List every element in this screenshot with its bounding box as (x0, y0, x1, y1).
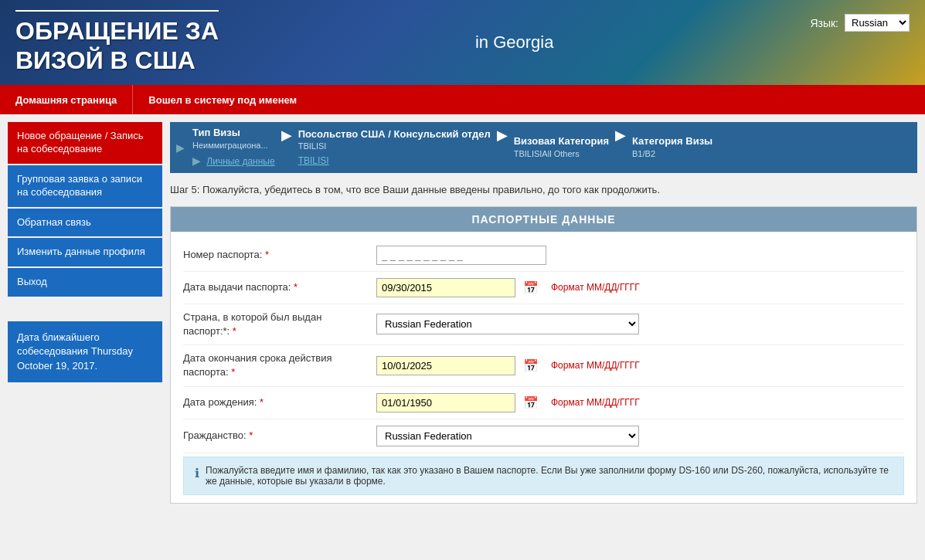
step-embassy: Посольство США / Консульский отдел TBILI… (298, 127, 491, 168)
passport-number-label: Номер паспорта: * (183, 248, 369, 262)
expiry-date-row: Дата окончания срока действия паспорта: … (183, 345, 904, 386)
passport-number-required: * (265, 249, 269, 260)
expiry-date-format-hint: Формат ММ/ДД/ГГГГ (551, 360, 640, 371)
birth-date-input[interactable] (376, 393, 515, 412)
language-select[interactable]: Russian English Georgian (845, 14, 910, 32)
breadcrumb-arrow-2: ▶ (491, 127, 514, 168)
step4-title: Категория Визы (632, 135, 712, 148)
birth-date-calendar-icon[interactable]: 📅 (523, 395, 539, 410)
sidebar-item-group-appointment[interactable]: Групповая заявка о записи на собеседован… (8, 165, 162, 207)
expiry-date-calendar-icon[interactable]: 📅 (523, 358, 539, 373)
step-visa-category: Визовая Категория TBILISIAll Others (514, 127, 609, 168)
birth-date-format-hint: Формат ММ/ДД/ГГГГ (551, 397, 640, 408)
step1-title: Тип Визы (192, 127, 275, 140)
step1-content: Тип Визы Неиммиграциона... ▶ Личные данн… (192, 127, 275, 168)
citizenship-required: * (249, 429, 253, 441)
step4-content: Категория Визы B1/B2 (632, 135, 712, 159)
expiry-date-required: * (231, 366, 235, 378)
sidebar-item-feedback[interactable]: Обратная связь (8, 209, 162, 237)
step2-value: TBILISI (298, 141, 491, 151)
sidebar-item-logout[interactable]: Выход (8, 268, 162, 297)
country-issued-row: Страна, в которой был выдан паспорт:*: *… (183, 304, 904, 345)
passport-number-row: Номер паспорта: * (183, 239, 904, 272)
step3-title: Визовая Категория (514, 135, 609, 148)
header: ОБРАЩЕНИЕ ЗА ВИЗОЙ В США in Georgia Язык… (0, 0, 925, 85)
country-issued-label: Страна, в которой был выдан паспорт:*: * (183, 311, 369, 338)
step2-link[interactable]: TBILISI (298, 155, 329, 166)
sidebar: Новое обращение / Запись на собеседовани… (8, 122, 162, 504)
step2-title: Посольство США / Консульский отдел (298, 128, 491, 141)
navbar: Домашняя страница Вошел в систему под им… (0, 85, 925, 114)
step2-content: Посольство США / Консульский отдел TBILI… (298, 128, 491, 168)
birth-date-row: Дата рождения: * 📅 Формат ММ/ДД/ГГГГ (183, 387, 904, 419)
passport-form-body: Номер паспорта: * Дата выдачи паспорта: … (171, 232, 916, 503)
language-selector-container: Язык: Russian English Georgian (810, 8, 910, 32)
header-subtitle: in Georgia (219, 32, 810, 53)
issue-date-row: Дата выдачи паспорта: * 📅 Формат ММ/ДД/Г… (183, 272, 904, 304)
step3-content: Визовая Категория TBILISIAll Others (514, 135, 609, 159)
language-label: Язык: (810, 17, 838, 29)
country-issued-required: * (233, 325, 236, 337)
info-box: ℹ Пожалуйста введите имя и фамилию, так … (183, 456, 904, 495)
step-instruction: Шаг 5: Пожалуйста, убедитесь в том, что … (170, 181, 917, 199)
issue-date-label: Дата выдачи паспорта: * (183, 280, 369, 294)
navbar-home-link[interactable]: Домашняя страница (0, 85, 133, 114)
citizenship-select[interactable]: Russian Federation Georgian American Oth… (376, 426, 639, 446)
breadcrumb-arrow-3: ▶ (609, 127, 632, 168)
step3-value: TBILISIAll Others (514, 148, 609, 159)
passport-form-section: ПАСПОРТНЫЕ ДАННЫЕ Номер паспорта: * Дата… (170, 206, 917, 504)
step1-link[interactable]: Личные данные (206, 156, 274, 167)
main-container: Новое обращение / Запись на собеседовани… (0, 114, 925, 511)
birth-date-required: * (260, 396, 264, 408)
issue-date-input[interactable] (376, 278, 515, 297)
sidebar-next-interview: Дата ближайшего собеседования Thursday O… (8, 321, 162, 382)
breadcrumb-arrow-1: ▶ (275, 127, 298, 168)
citizenship-row: Гражданство: * Russian Federation Georgi… (183, 419, 904, 453)
citizenship-label: Гражданство: * (183, 429, 369, 443)
passport-section-header: ПАСПОРТНЫЕ ДАННЫЕ (171, 207, 916, 232)
step1-arrow-icon: ▶ (176, 141, 185, 154)
sidebar-item-edit-profile[interactable]: Изменить данные профиля (8, 238, 162, 266)
step4-value: B1/B2 (632, 148, 712, 159)
expiry-date-label: Дата окончания срока действия паспорта: … (183, 351, 369, 379)
step1-value: Неиммиграциона... (192, 140, 275, 151)
info-icon: ℹ (195, 466, 199, 480)
birth-date-label: Дата рождения: * (183, 395, 369, 409)
sidebar-item-new-appointment[interactable]: Новое обращение / Запись на собеседовани… (8, 122, 162, 164)
site-title: ОБРАЩЕНИЕ ЗА ВИЗОЙ В США (15, 10, 219, 76)
issue-date-format-hint: Формат ММ/ДД/ГГГГ (551, 282, 640, 293)
navbar-logged-info: Вошел в систему под именем (133, 94, 312, 106)
country-issued-select[interactable]: Russian Federation Georgia United States… (376, 314, 639, 334)
content-area: ▶ Тип Визы Неиммиграциона... ▶ Личные да… (170, 122, 917, 504)
passport-number-input[interactable] (376, 246, 546, 265)
info-text: Пожалуйста введите имя и фамилию, так ка… (206, 465, 893, 487)
issue-date-required: * (294, 281, 298, 293)
issue-date-calendar-icon[interactable]: 📅 (523, 280, 539, 295)
step-visa-type-cat: Категория Визы B1/B2 (632, 127, 712, 168)
breadcrumb-steps: ▶ Тип Визы Неиммиграциона... ▶ Личные да… (170, 122, 917, 173)
step-visa-type: ▶ Тип Визы Неиммиграциона... ▶ Личные да… (176, 127, 275, 168)
expiry-date-input[interactable] (376, 356, 515, 375)
step1b-arrow-icon: ▶ (192, 154, 201, 167)
